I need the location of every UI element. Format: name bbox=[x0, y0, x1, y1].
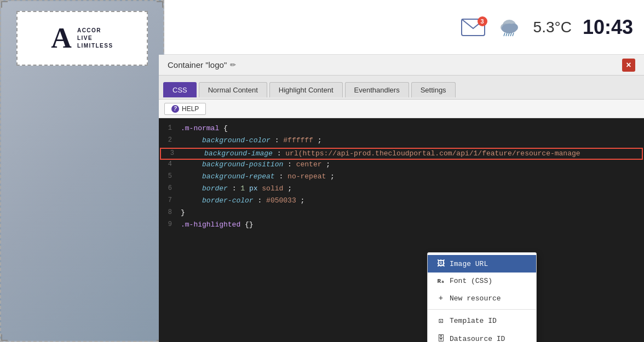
tab-highlight-content[interactable]: Highlight Content bbox=[269, 82, 343, 97]
new-resource-icon: + bbox=[436, 294, 445, 303]
temperature-display: 5.3°C bbox=[533, 19, 572, 36]
weather-icon bbox=[496, 16, 522, 38]
dropdown-item-font-css[interactable]: Rₐ Font (CSS) bbox=[428, 273, 536, 289]
resource-type-dropdown: 🖼 Image URL Rₐ Font (CSS) + New resource… bbox=[427, 252, 537, 342]
logo-text: ACCOR LIVE LIMITLESS bbox=[77, 27, 113, 50]
datasource-id-icon: 🗄 bbox=[436, 334, 445, 342]
code-line-3: 3 background-image : url(https://api-pro… bbox=[160, 148, 643, 160]
code-line-4: 4 background-position : center ; bbox=[159, 160, 644, 172]
tab-css[interactable]: CSS bbox=[163, 82, 197, 97]
dropdown-item-image-url[interactable]: 🖼 Image URL bbox=[428, 255, 536, 273]
logo-inner: A ACCOR LIVE LIMITLESS bbox=[51, 24, 113, 53]
template-id-icon: ⊡ bbox=[436, 316, 445, 326]
svg-line-9 bbox=[513, 33, 514, 36]
edit-icon[interactable]: ✏ bbox=[230, 61, 236, 69]
font-css-icon: Rₐ bbox=[436, 277, 445, 285]
mail-badge: 3 bbox=[478, 16, 487, 26]
logo-container: A ACCOR LIVE LIMITLESS bbox=[16, 11, 148, 66]
modal-title: Container "logo" ✏ bbox=[168, 60, 236, 69]
tab-settings[interactable]: Settings bbox=[411, 82, 456, 97]
code-editor[interactable]: 1 .m-normal { 2 background-color : #ffff… bbox=[159, 118, 644, 342]
modal-panel: Container "logo" ✏ × CSS Normal Content … bbox=[159, 55, 644, 342]
clock-display: 10:43 bbox=[583, 16, 633, 39]
code-line-7: 7 border-color : #050033 ; bbox=[159, 196, 644, 208]
svg-line-6 bbox=[506, 33, 507, 36]
dropdown-item-template-id[interactable]: ⊡ Template ID bbox=[428, 312, 536, 330]
help-circle-icon: ? bbox=[171, 105, 179, 113]
code-line-5: 5 background-repeat : no-repeat ; bbox=[159, 172, 644, 184]
svg-line-8 bbox=[510, 33, 511, 36]
image-url-icon: 🖼 bbox=[436, 259, 445, 268]
dropdown-separator bbox=[428, 309, 536, 310]
help-button[interactable]: ? HELP bbox=[164, 103, 206, 115]
svg-point-4 bbox=[502, 24, 517, 33]
top-bar: 3 5.3°C 10:43 bbox=[164, 0, 644, 55]
tab-normal-content[interactable]: Normal Content bbox=[199, 82, 267, 97]
code-line-9: 9 .m-highlighted {} bbox=[159, 220, 644, 232]
modal-header: Container "logo" ✏ × bbox=[159, 55, 644, 76]
svg-line-5 bbox=[504, 33, 505, 36]
tabs-bar: CSS Normal Content Highlight Content Eve… bbox=[159, 76, 644, 100]
code-line-8: 8 } bbox=[159, 208, 644, 220]
dropdown-item-datasource-id[interactable]: 🗄 Datasource ID bbox=[428, 330, 536, 342]
tab-eventhandlers[interactable]: Eventhandlers bbox=[345, 82, 409, 97]
code-line-1: 1 .m-normal { bbox=[159, 124, 644, 136]
help-bar: ? HELP bbox=[159, 100, 644, 118]
modal-close-button[interactable]: × bbox=[622, 59, 635, 72]
logo-letter: A bbox=[51, 24, 72, 53]
dropdown-item-new-resource[interactable]: + New resource bbox=[428, 289, 536, 307]
code-line-2: 2 background-color : #ffffff ; bbox=[159, 136, 644, 148]
mail-notification[interactable]: 3 bbox=[461, 19, 485, 36]
code-line-6: 6 border : 1 px solid ; bbox=[159, 184, 644, 196]
